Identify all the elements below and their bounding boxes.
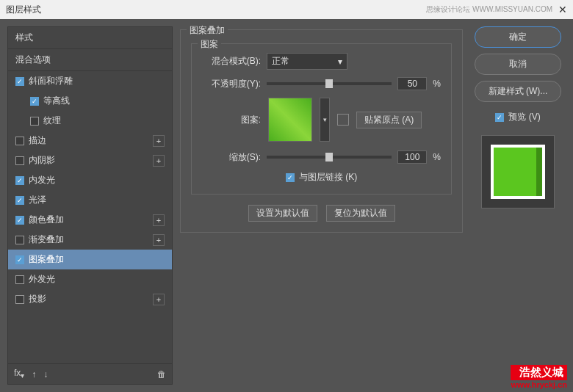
default-buttons-row: 设置为默认值 复位为默认值 (191, 205, 452, 222)
link-with-layer-row: 与图层链接 (K) (202, 171, 441, 184)
style-checkbox[interactable] (15, 196, 24, 205)
style-label: 内发光 (29, 174, 55, 186)
scale-slider[interactable] (267, 156, 392, 159)
style-checkbox[interactable] (15, 77, 24, 86)
style-checkbox[interactable] (15, 255, 24, 264)
cancel-button[interactable]: 取消 (475, 54, 561, 75)
style-item-11[interactable]: 投影+ (8, 289, 172, 309)
site-logo: 浩然义城 www.hryckj.cn (511, 365, 567, 389)
add-effect-icon[interactable]: + (153, 155, 165, 167)
pattern-dropdown-icon[interactable]: ▾ (320, 98, 330, 142)
style-item-10[interactable]: 外发光 (8, 269, 172, 289)
style-label: 内阴影 (29, 154, 55, 167)
preview-box (481, 135, 555, 208)
fx-menu[interactable]: fx▾ (14, 368, 24, 380)
blending-options[interactable]: 混合选项 (8, 48, 172, 71)
style-checkbox[interactable] (15, 216, 24, 225)
style-checkbox[interactable] (30, 97, 39, 106)
style-checkbox[interactable] (15, 275, 24, 284)
style-list: 斜面和浮雕等高线纹理描边+内阴影+内发光光泽颜色叠加+渐变叠加+图案叠加外发光投… (8, 71, 172, 363)
style-checkbox[interactable] (30, 117, 39, 126)
style-label: 投影 (29, 293, 46, 305)
preview-label: 预览 (V) (508, 111, 540, 123)
make-default-button[interactable]: 设置为默认值 (248, 205, 317, 222)
snap-origin-button[interactable]: 贴紧原点 (A) (356, 112, 422, 128)
preview-swatch (491, 145, 545, 199)
style-item-7[interactable]: 颜色叠加+ (8, 210, 172, 230)
style-label: 等高线 (43, 95, 70, 107)
new-pattern-icon[interactable] (337, 114, 349, 126)
add-effect-icon[interactable]: + (153, 234, 165, 246)
add-effect-icon[interactable]: + (153, 214, 165, 226)
arrow-up-icon[interactable]: ↑ (32, 369, 36, 380)
layer-style-dialog: 图层样式 思缘设计论坛 WWW.MISSYUAN.COM ✕ 样式 混合选项 斜… (0, 0, 573, 392)
blend-mode-select[interactable]: 正常▾ (267, 53, 347, 70)
close-icon[interactable]: ✕ (558, 4, 567, 15)
style-checkbox[interactable] (15, 156, 24, 165)
styles-sidebar: 样式 混合选项 斜面和浮雕等高线纹理描边+内阴影+内发光光泽颜色叠加+渐变叠加+… (7, 26, 173, 385)
sidebar-header: 样式 (8, 27, 172, 48)
scale-input[interactable]: 100 (397, 150, 427, 164)
style-item-1[interactable]: 等高线 (8, 91, 172, 111)
percent-unit: % (433, 79, 441, 89)
scale-label: 缩放(S): (202, 151, 261, 164)
new-style-button[interactable]: 新建样式 (W)... (475, 81, 561, 102)
style-label: 颜色叠加 (29, 214, 64, 226)
opacity-label: 不透明度(Y): (202, 78, 261, 90)
add-effect-icon[interactable]: + (153, 294, 165, 305)
style-item-8[interactable]: 渐变叠加+ (8, 230, 172, 250)
titlebar: 图层样式 思缘设计论坛 WWW.MISSYUAN.COM ✕ (0, 0, 573, 19)
opacity-row: 不透明度(Y): 50 % (202, 77, 441, 90)
pattern-label: 图案: (202, 114, 261, 126)
style-checkbox[interactable] (15, 295, 24, 304)
style-label: 纹理 (43, 115, 61, 127)
pattern-overlay-fieldset: 图案叠加 图案 混合模式(B): 正常▾ 不透明度(Y): 50 (180, 29, 463, 233)
blend-mode-row: 混合模式(B): 正常▾ (202, 53, 441, 70)
sidebar-footer: fx▾ ↑ ↓ 🗑 (8, 363, 172, 384)
chevron-down-icon: ▾ (338, 57, 342, 67)
style-checkbox[interactable] (15, 137, 24, 145)
dialog-body: 样式 混合选项 斜面和浮雕等高线纹理描边+内阴影+内发光光泽颜色叠加+渐变叠加+… (0, 19, 573, 392)
pattern-group: 图案 混合模式(B): 正常▾ 不透明度(Y): 50 % (191, 43, 452, 195)
style-label: 图案叠加 (29, 253, 64, 266)
style-checkbox[interactable] (15, 176, 24, 185)
right-column: 确定 取消 新建样式 (W)... 预览 (V) (470, 26, 566, 385)
watermark-text: 思缘设计论坛 WWW.MISSYUAN.COM (426, 4, 552, 15)
scale-row: 缩放(S): 100 % (202, 150, 441, 164)
style-label: 外发光 (29, 273, 55, 286)
add-effect-icon[interactable]: + (153, 135, 165, 147)
style-item-3[interactable]: 描边+ (8, 131, 172, 150)
titlebar-right: 思缘设计论坛 WWW.MISSYUAN.COM ✕ (426, 4, 567, 15)
settings-panel: 图案叠加 图案 混合模式(B): 正常▾ 不透明度(Y): 50 (180, 26, 463, 385)
style-item-4[interactable]: 内阴影+ (8, 150, 172, 170)
style-item-5[interactable]: 内发光 (8, 170, 172, 190)
link-checkbox[interactable] (286, 173, 295, 182)
style-label: 渐变叠加 (29, 233, 64, 246)
style-item-6[interactable]: 光泽 (8, 190, 172, 210)
main-area: 图案叠加 图案 混合模式(B): 正常▾ 不透明度(Y): 50 (180, 26, 566, 385)
preview-toggle[interactable]: 预览 (V) (495, 111, 540, 123)
style-checkbox[interactable] (15, 236, 24, 244)
group-title: 图案 (198, 38, 221, 51)
logo-url: www.hryckj.cn (511, 380, 567, 389)
panel-title: 图案叠加 (187, 24, 228, 37)
reset-default-button[interactable]: 复位为默认值 (326, 205, 395, 222)
style-label: 光泽 (29, 194, 46, 206)
opacity-input[interactable]: 50 (397, 77, 427, 90)
pattern-swatch[interactable] (268, 98, 312, 142)
logo-text: 浩然义城 (511, 365, 567, 380)
percent-unit-2: % (433, 152, 441, 162)
opacity-slider[interactable] (267, 82, 392, 85)
arrow-down-icon[interactable]: ↓ (43, 369, 48, 380)
style-label: 斜面和浮雕 (29, 75, 73, 87)
pattern-row: 图案: ▾ 贴紧原点 (A) (202, 98, 441, 142)
link-label: 与图层链接 (K) (299, 171, 357, 184)
style-label: 描边 (29, 134, 46, 147)
style-item-2[interactable]: 纹理 (8, 111, 172, 131)
trash-icon[interactable]: 🗑 (157, 369, 166, 380)
preview-checkbox[interactable] (495, 113, 504, 122)
ok-button[interactable]: 确定 (475, 26, 561, 48)
style-item-0[interactable]: 斜面和浮雕 (8, 71, 172, 91)
dialog-title: 图层样式 (6, 4, 41, 16)
style-item-9[interactable]: 图案叠加 (8, 250, 172, 269)
